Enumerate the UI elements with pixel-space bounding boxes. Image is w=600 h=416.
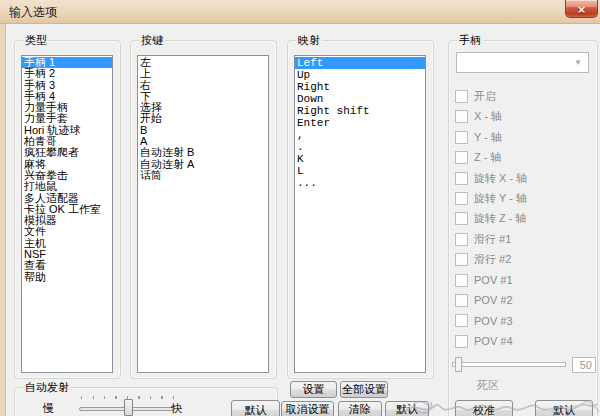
checkbox-row[interactable]: 开启	[455, 90, 527, 103]
list-item[interactable]: 话筒	[138, 170, 268, 181]
deadzone-value-field[interactable]: 50	[572, 357, 596, 373]
autofire-slow-label: 慢	[43, 401, 54, 416]
list-item[interactable]: 打地鼠	[22, 181, 112, 192]
checkbox-icon[interactable]	[455, 274, 468, 287]
keys-group-label: 按键	[139, 34, 165, 47]
checkbox-icon[interactable]	[455, 131, 468, 144]
cancel-set-button[interactable]: 取消设置	[281, 401, 334, 416]
controller-default-button[interactable]: 默认	[535, 400, 593, 416]
checkbox-row[interactable]: POV #2	[455, 294, 527, 307]
list-item[interactable]: 疯狂攀爬者	[22, 147, 112, 158]
checkbox-icon[interactable]	[455, 212, 468, 225]
autofire-default-button[interactable]: 默认	[231, 400, 280, 416]
list-item[interactable]: 左	[138, 57, 268, 68]
list-item[interactable]: 右	[138, 80, 268, 91]
checkbox-icon[interactable]	[455, 294, 468, 307]
checkbox-icon[interactable]	[455, 172, 468, 185]
list-item[interactable]: Right shift	[295, 105, 425, 117]
checkbox-label: 开启	[474, 89, 496, 104]
autofire-slider-thumb[interactable]	[124, 399, 133, 416]
checkbox-icon[interactable]	[455, 233, 468, 246]
checkbox-label: 旋转 Y - 轴	[474, 191, 527, 206]
set-all-button[interactable]: 全部设置	[340, 381, 388, 398]
checkbox-label: POV #3	[474, 315, 513, 327]
checkbox-row[interactable]: 旋转 X - 轴	[455, 172, 527, 185]
mapping-listbox[interactable]: LeftUpRightDownRight shiftEnter,.KL...	[294, 55, 426, 373]
checkbox-row[interactable]: 滑行 #2	[455, 253, 527, 266]
input-options-dialog: 输入选项 × 类型 手柄 1手柄 2手柄 3手柄 4力量手柄力量手套Hori 轨…	[0, 0, 600, 416]
checkbox-row[interactable]: Z - 轴	[455, 151, 527, 164]
type-listbox[interactable]: 手柄 1手柄 2手柄 3手柄 4力量手柄力量手套Hori 轨迹球柏青哥疯狂攀爬者…	[21, 55, 113, 373]
list-item[interactable]: 上	[138, 68, 268, 79]
clear-button[interactable]: 清除	[338, 401, 382, 416]
default-button[interactable]: 默认	[385, 401, 429, 416]
deadzone-slider[interactable]	[452, 356, 566, 374]
deadzone-slider-track	[452, 362, 566, 367]
list-item[interactable]: 帮助	[22, 272, 112, 283]
mapping-group-label: 映射	[296, 34, 322, 47]
deadzone-slider-thumb[interactable]	[455, 357, 462, 372]
titlebar[interactable]: 输入选项 ×	[0, 0, 600, 24]
checkbox-label: Y - 轴	[474, 130, 502, 145]
controller-group-label: 手柄	[457, 34, 483, 47]
checkbox-row[interactable]: 旋转 Y - 轴	[455, 192, 527, 205]
checkbox-label: 旋转 Z - 轴	[474, 211, 527, 226]
controller-checkbox-list: 开启X - 轴Y - 轴Z - 轴旋转 X - 轴旋转 Y - 轴旋转 Z - …	[455, 90, 527, 348]
checkbox-icon[interactable]	[455, 253, 468, 266]
checkbox-row[interactable]: Y - 轴	[455, 131, 527, 144]
checkbox-row[interactable]: POV #4	[455, 335, 527, 348]
list-item[interactable]: B	[138, 125, 268, 136]
list-item[interactable]: Right	[295, 81, 425, 93]
list-item[interactable]: L	[295, 165, 425, 177]
autofire-group: 自动发射 慢 快 默认	[14, 387, 278, 416]
list-item[interactable]: Enter	[295, 117, 425, 129]
checkbox-label: POV #4	[474, 335, 513, 347]
checkbox-label: X - 轴	[474, 109, 502, 124]
autofire-fast-label: 快	[171, 401, 182, 416]
checkbox-label: Z - 轴	[474, 150, 502, 165]
checkbox-label: 旋转 X - 轴	[474, 171, 527, 186]
checkbox-label: POV #2	[474, 294, 513, 306]
checkbox-icon[interactable]	[455, 110, 468, 123]
keys-listbox[interactable]: 左上右下选择开始BA自动连射 B自动连射 A话筒	[137, 55, 269, 373]
checkbox-row[interactable]: POV #3	[455, 314, 527, 327]
dialog-body: 类型 手柄 1手柄 2手柄 3手柄 4力量手柄力量手套Hori 轨迹球柏青哥疯狂…	[6, 24, 600, 416]
autofire-group-label: 自动发射	[23, 381, 71, 394]
checkbox-row[interactable]: POV #1	[455, 274, 527, 287]
list-item[interactable]: K	[295, 153, 425, 165]
checkbox-label: 滑行 #2	[474, 252, 511, 267]
list-item[interactable]: 自动连射 B	[138, 147, 268, 158]
list-item[interactable]: Left	[295, 57, 425, 69]
set-button[interactable]: 设置	[290, 381, 337, 398]
list-item[interactable]: 开始	[138, 113, 268, 124]
calibrate-button[interactable]: 校准	[455, 400, 513, 416]
list-item[interactable]: Up	[295, 69, 425, 81]
type-group-label: 类型	[23, 34, 49, 47]
window-title: 输入选项	[9, 4, 57, 21]
list-item[interactable]: ,	[295, 129, 425, 141]
list-item[interactable]: ...	[295, 177, 425, 189]
checkbox-icon[interactable]	[455, 314, 468, 327]
chevron-down-icon: ▼	[574, 59, 582, 67]
checkbox-icon[interactable]	[455, 90, 468, 103]
list-item[interactable]: Down	[295, 93, 425, 105]
controller-combobox[interactable]: ▼	[456, 52, 589, 73]
checkbox-row[interactable]: 滑行 #1	[455, 233, 527, 246]
checkbox-icon[interactable]	[455, 192, 468, 205]
close-icon: ×	[578, 2, 586, 17]
checkbox-label: 滑行 #1	[474, 232, 511, 247]
deadzone-label: 死区	[458, 378, 518, 393]
checkbox-row[interactable]: 旋转 Z - 轴	[455, 212, 527, 225]
checkbox-icon[interactable]	[455, 335, 468, 348]
list-item[interactable]: 查看	[22, 260, 112, 271]
list-item[interactable]: .	[295, 141, 425, 153]
list-item[interactable]: 手柄 2	[22, 68, 112, 79]
checkbox-row[interactable]: X - 轴	[455, 110, 527, 123]
checkbox-icon[interactable]	[455, 151, 468, 164]
checkbox-label: POV #1	[474, 274, 513, 286]
close-button[interactable]: ×	[565, 0, 598, 18]
